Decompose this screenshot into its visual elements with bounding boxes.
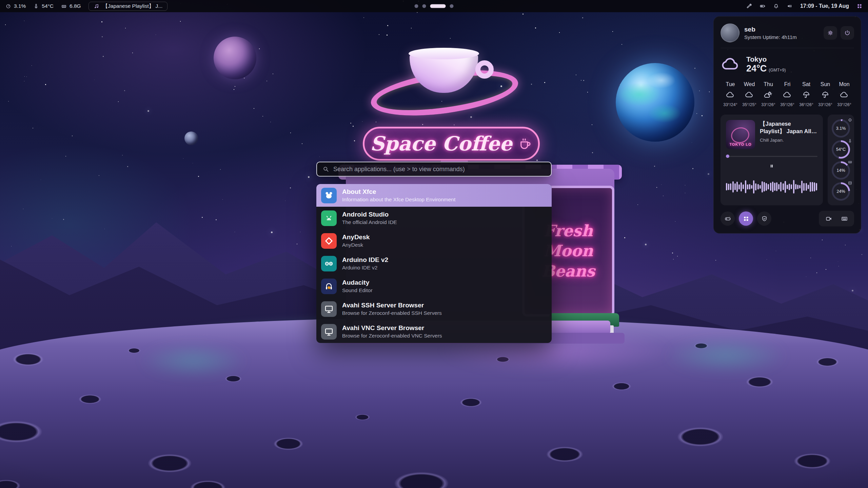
- gauge-value: 24%: [832, 182, 850, 201]
- app-item-text: Avahi VNC Server BrowserBrowse for Zeroc…: [342, 324, 442, 339]
- topbar-media-module[interactable]: 【Japanese Playlist】 J...: [88, 2, 168, 11]
- forecast-row: Tue33°/24°Wed35°/25°Thu33°/26°Fri35°/26°…: [721, 81, 854, 109]
- workspace-4[interactable]: [450, 4, 454, 8]
- forecast-day-label: Fri: [784, 81, 791, 87]
- weather-city: Tokyo: [746, 55, 786, 63]
- progress-thumb[interactable]: [726, 155, 729, 158]
- suncloud-icon: [764, 90, 773, 99]
- gauge-value: 3.1%: [832, 119, 850, 138]
- app-item-text: AnyDeskAnyDesk: [342, 233, 370, 248]
- forecast-day-wed: Wed35°/25°: [740, 81, 758, 107]
- app-item-title: Avahi VNC Server Browser: [342, 324, 442, 332]
- cloud-icon: [783, 90, 792, 99]
- cpu-gauge-icon: [5, 3, 11, 9]
- music-note-icon: [94, 3, 99, 9]
- app-item-text: Avahi SSH Server BrowserBrowse for Zeroc…: [342, 302, 442, 317]
- forecast-temps: 33°/26°: [818, 102, 832, 107]
- forecast-day-sun: Sun33°/26°: [816, 81, 834, 107]
- memory-icon: [61, 3, 67, 9]
- forecast-day-thu: Thu33°/26°: [759, 81, 777, 107]
- app-item-audacity[interactable]: AudacitySound Editor: [316, 275, 552, 298]
- weather-temperature: 24°C(GMT+9): [746, 63, 786, 74]
- divider: [721, 48, 854, 48]
- pause-button[interactable]: [764, 161, 780, 171]
- disk-icon: [848, 181, 852, 185]
- app-item-description: Arduino IDE v2: [342, 265, 388, 271]
- app-item-arduino-ide-v2[interactable]: Arduino IDE v2Arduino IDE v2: [316, 252, 552, 275]
- screen-record-button[interactable]: [822, 212, 835, 225]
- search-input[interactable]: [333, 166, 546, 173]
- forecast-day-label: Mon: [839, 81, 849, 87]
- app-item-description: Browse for Zeroconf-enabled VNC Servers: [342, 333, 442, 339]
- power-button[interactable]: [841, 26, 854, 40]
- thermometer-icon: [33, 3, 39, 9]
- progress-track: [726, 156, 817, 157]
- app-item-anydesk[interactable]: AnyDeskAnyDesk: [316, 229, 552, 252]
- battery-icon: [760, 3, 766, 9]
- thermo-icon: [848, 139, 852, 143]
- capture-group: [819, 211, 854, 226]
- launcher-search-bar[interactable]: [316, 162, 552, 177]
- tools-tray-icon[interactable]: [746, 3, 752, 9]
- media-player-card: TOKYO LO 【Japanese Playlist】 Japan All N…: [721, 115, 823, 205]
- clock[interactable]: 17:09 - Tue, 19 Aug: [800, 3, 849, 9]
- volume-tray-icon[interactable]: [787, 3, 793, 9]
- gamepad-button[interactable]: [721, 211, 735, 226]
- app-item-description: Sound Editor: [342, 287, 373, 293]
- memory-module: 6.8G: [61, 3, 81, 9]
- app-item-description: The official Android IDE: [342, 219, 397, 225]
- search-icon: [322, 166, 329, 172]
- cpu-gauge: 3.1%: [832, 119, 850, 138]
- screenshot-button[interactable]: [838, 212, 851, 225]
- wrench-icon: [746, 3, 752, 9]
- power-icon: [844, 29, 851, 36]
- app-item-title: AnyDesk: [342, 233, 370, 241]
- workspace-3[interactable]: [430, 4, 446, 8]
- battery-tray-icon[interactable]: [760, 3, 766, 9]
- shield-button[interactable]: [757, 211, 771, 226]
- forecast-day-label: Tue: [726, 81, 735, 87]
- cloud-icon: [745, 90, 754, 99]
- thermo-gauge: 54°C: [832, 140, 850, 159]
- app-grid-button[interactable]: [856, 3, 863, 9]
- workspace-1[interactable]: [415, 4, 418, 8]
- app-item-avahi-ssh-server-browser[interactable]: Avahi SSH Server BrowserBrowse for Zeroc…: [316, 298, 552, 320]
- forecast-day-tue: Tue33°/24°: [721, 81, 739, 107]
- app-list: About XfceInformation about the Xfce Des…: [316, 184, 552, 343]
- audacity-icon: [321, 279, 337, 294]
- forecast-day-sat: Sat36°/26°: [797, 81, 815, 107]
- ram-icon: [848, 160, 852, 164]
- workspace-indicator: [415, 4, 454, 8]
- app-item-android-studio[interactable]: Android StudioThe official Android IDE: [316, 207, 552, 229]
- workspace-2[interactable]: [422, 4, 426, 8]
- forecast-day-mon: Mon33°/26°: [835, 81, 853, 107]
- app-item-description: Browse for Zeroconf-enabled SSH Servers: [342, 310, 442, 316]
- notifications-tray-icon[interactable]: [773, 3, 779, 9]
- app-item-title: Avahi SSH Server Browser: [342, 302, 442, 309]
- audio-waveform: [726, 174, 817, 200]
- forecast-day-label: Sun: [821, 81, 830, 87]
- gamepad-icon: [724, 215, 731, 222]
- app-item-title: Audacity: [342, 279, 373, 287]
- ram-gauge: 14%: [832, 161, 850, 180]
- app-item-title: Arduino IDE v2: [342, 256, 388, 264]
- app-item-avahi-vnc-server-browser[interactable]: Avahi VNC Server BrowserBrowse for Zeroc…: [316, 320, 552, 343]
- apps-button[interactable]: [739, 211, 753, 226]
- app-item-about-xfce[interactable]: About XfceInformation about the Xfce Des…: [316, 184, 552, 207]
- app-item-title: Android Studio: [342, 211, 397, 219]
- cpu-usage-module: 3.1%: [5, 3, 26, 9]
- media-subtitle: Chill Japan.: [760, 138, 817, 143]
- cpu-icon: [848, 118, 852, 122]
- bell-icon: [773, 3, 779, 9]
- settings-button[interactable]: [824, 26, 837, 40]
- xfce-icon: [321, 188, 337, 203]
- temperature-value: 54°C: [42, 3, 54, 9]
- anydesk-icon: [321, 233, 337, 249]
- album-art: TOKYO LO: [726, 120, 755, 149]
- shield-icon: [761, 215, 768, 222]
- cloud-icon: [726, 90, 735, 99]
- media-progress-bar[interactable]: [726, 155, 817, 158]
- memory-value: 6.8G: [70, 3, 81, 9]
- apps-icon: [743, 215, 750, 222]
- media-title: 【Japanese Playlist】 Japan All Night - To…: [760, 120, 817, 135]
